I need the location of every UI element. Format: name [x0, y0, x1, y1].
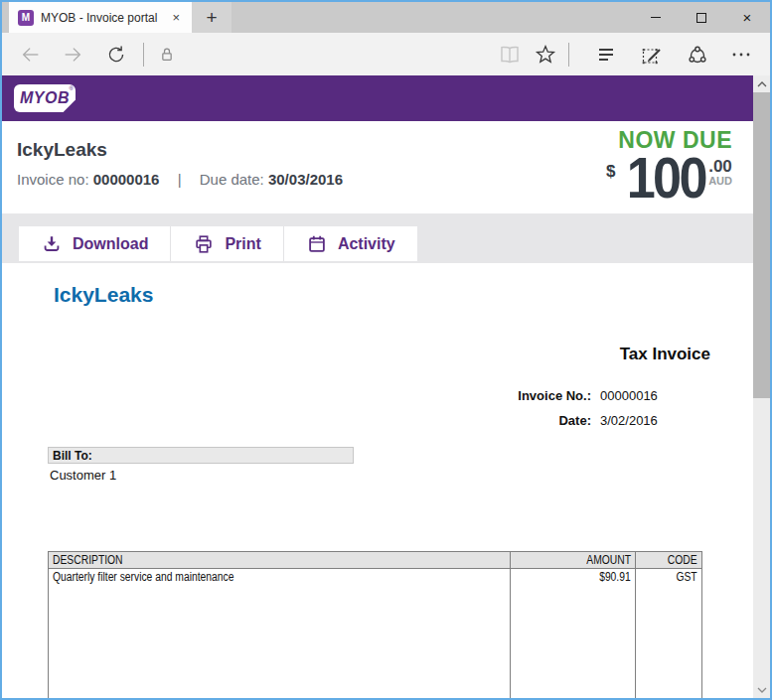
cell-amount: $90.91: [510, 569, 635, 698]
activity-calendar-icon: [306, 233, 328, 255]
minimize-button[interactable]: [633, 2, 679, 33]
web-note-icon: [640, 43, 664, 67]
print-icon: [193, 233, 215, 255]
tab-close-icon[interactable]: ×: [169, 10, 183, 25]
invoice-date-label: Date:: [330, 413, 591, 428]
lock-icon: [157, 45, 177, 65]
invoice-doc-title: Tax Invoice: [620, 345, 710, 364]
amount-due: 100: [627, 154, 705, 202]
amount-cents: .00: [708, 158, 732, 175]
invoice-company-name: IckyLeaks: [54, 283, 153, 307]
invoice-date-value: 3/02/2016: [600, 413, 658, 428]
refresh-button[interactable]: [101, 40, 131, 70]
table-header-row: DESCRIPTION AMOUNT CODE: [49, 552, 701, 569]
registered-mark: ®: [70, 85, 74, 91]
browser-window: M MYOB - Invoice portal × + ×: [0, 0, 772, 700]
reading-view-button: [495, 40, 525, 70]
back-button: [16, 40, 46, 70]
back-icon: [20, 44, 42, 66]
invoice-no-value: 00000016: [600, 388, 658, 403]
window-controls: ×: [633, 2, 770, 33]
chevron-up-icon: [757, 81, 767, 87]
scrollbar-thumb[interactable]: [753, 92, 770, 398]
browser-tab[interactable]: M MYOB - Invoice portal ×: [9, 2, 192, 33]
download-button[interactable]: Download: [19, 226, 171, 261]
lock-button[interactable]: [152, 40, 182, 70]
table-row: Quarterly filter service and maintenance…: [49, 569, 701, 698]
due-date-label: Due date:: [200, 171, 264, 188]
print-button[interactable]: Print: [171, 226, 283, 261]
cell-code: GST: [635, 569, 701, 698]
col-header-code: CODE: [635, 552, 701, 568]
scroll-up-button[interactable]: [753, 75, 770, 92]
share-button[interactable]: [683, 40, 712, 70]
currency-symbol: $: [606, 162, 615, 182]
hub-icon: [594, 43, 618, 67]
web-note-button[interactable]: [637, 40, 667, 70]
forward-button: [58, 40, 87, 70]
browser-toolbar: [2, 33, 770, 75]
due-date-value: 30/03/2016: [268, 171, 343, 188]
more-icon: [729, 43, 753, 67]
download-icon: [41, 233, 63, 255]
hub-button[interactable]: [591, 40, 621, 70]
invoice-no-value: 00000016: [93, 171, 160, 188]
page-scrollbar[interactable]: [753, 75, 770, 698]
currency-code: AUD: [708, 175, 732, 187]
activity-button[interactable]: Activity: [284, 226, 417, 261]
chevron-down-icon: [757, 687, 767, 693]
maximize-icon: [696, 13, 706, 23]
col-header-amount: AMOUNT: [510, 552, 635, 568]
bill-to-customer: Customer 1: [50, 468, 116, 483]
tab-title: MYOB - Invoice portal: [41, 11, 165, 25]
activity-label: Activity: [338, 235, 395, 253]
myob-logo-text: MYOB: [20, 89, 70, 108]
share-icon: [686, 43, 709, 67]
print-label: Print: [225, 235, 260, 253]
maximize-button[interactable]: [679, 2, 724, 33]
bill-to-header: Bill To:: [48, 447, 354, 464]
myob-logo[interactable]: MYOB ®: [14, 84, 76, 112]
scroll-down-button[interactable]: [753, 681, 770, 698]
invoice-subline: Invoice no: 00000016 | Due date: 30/03/2…: [17, 171, 343, 188]
cell-description: Quarterly filter service and maintenance: [49, 569, 510, 698]
company-name: IckyLeaks: [17, 139, 107, 161]
amount-due-block: NOW DUE $ 100 .00 AUD: [606, 127, 732, 202]
toolbar-divider: [568, 43, 569, 67]
minimize-icon: [651, 17, 661, 18]
col-header-description: DESCRIPTION: [49, 552, 510, 568]
star-icon: [534, 43, 557, 67]
close-icon: ×: [743, 10, 752, 25]
close-button[interactable]: ×: [724, 2, 770, 33]
toolbar-divider: [143, 43, 144, 67]
myob-favicon-icon: M: [18, 10, 34, 26]
reading-view-icon: [498, 43, 522, 67]
forward-icon: [62, 44, 83, 66]
refresh-icon: [105, 44, 127, 66]
download-label: Download: [73, 235, 148, 253]
tab-bar: M MYOB - Invoice portal × + ×: [2, 2, 770, 33]
favorites-button[interactable]: [531, 40, 560, 70]
invoice-no-label: Invoice No.:: [330, 388, 591, 403]
brand-header: MYOB ®: [2, 75, 770, 121]
invoice-summary: IckyLeaks Invoice no: 00000016 | Due dat…: [2, 121, 770, 213]
invoice-meta: Invoice No.: 00000016 Date: 3/02/2016: [330, 388, 688, 438]
new-tab-button[interactable]: +: [192, 2, 232, 33]
action-bar: Download Print Activity: [2, 213, 770, 263]
invoice-document: IckyLeaks Tax Invoice Invoice No.: 00000…: [2, 263, 770, 698]
line-items-table: DESCRIPTION AMOUNT CODE Quarterly filter…: [48, 551, 702, 698]
invoice-no-label: Invoice no:: [17, 171, 89, 188]
subline-separator: |: [178, 171, 182, 188]
more-button[interactable]: [726, 40, 756, 70]
